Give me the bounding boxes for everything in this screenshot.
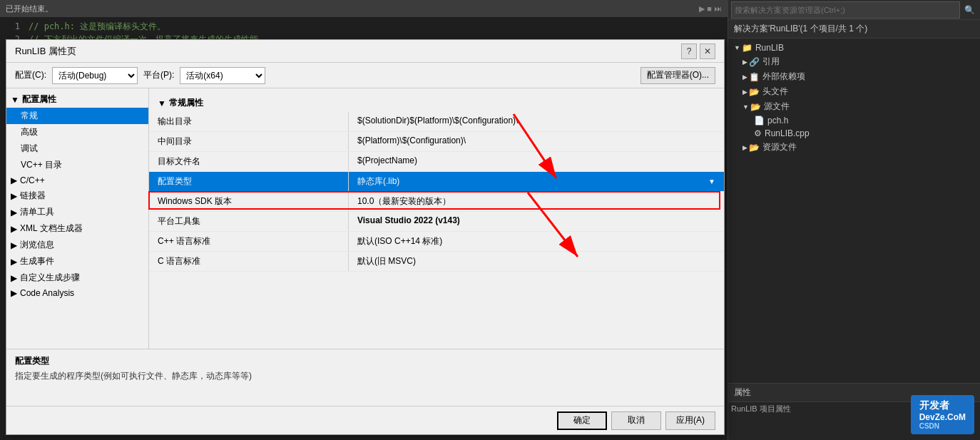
prop-value[interactable]: Visual Studio 2022 (v143)	[349, 212, 724, 231]
expand-icon: ▶	[11, 208, 17, 218]
ide-toolbar: 已开始结束。 ▶ ■ ⏭	[0, 0, 728, 17]
prop-row-config-type[interactable]: 配置类型 静态库(.lib) ▼	[149, 172, 724, 192]
config-select[interactable]: 活动(Debug)	[52, 67, 138, 84]
se-item-headers[interactable]: ▶ 📂 头文件	[728, 84, 980, 99]
tree-section-cpp[interactable]: ▶ C/C++	[6, 173, 148, 188]
prop-name: 输出目录	[149, 112, 349, 131]
expand-triangle: ▶	[742, 73, 747, 81]
tree-section-linker[interactable]: ▶ 链接器	[6, 188, 148, 204]
dialog-help-btn[interactable]: ?	[681, 44, 697, 59]
prop-value[interactable]: $(SolutionDir)$(Platform)\$(Configuratio…	[349, 112, 724, 131]
ok-button[interactable]: 确定	[557, 411, 607, 430]
prop-name: 目标文件名	[149, 152, 349, 171]
prop-row-target-name: 目标文件名 $(ProjectName)	[149, 152, 724, 172]
se-item-runlib[interactable]: ▼ 📁 RunLIB	[728, 41, 980, 54]
prop-value-config-type[interactable]: 静态库(.lib) ▼	[349, 172, 724, 191]
expand-icon: ▼	[158, 98, 166, 108]
prop-value[interactable]: 10.0（最新安装的版本）	[349, 192, 724, 211]
csdn-watermark: 开发者 DevZe.CoM CSDN	[911, 395, 974, 434]
prop-value[interactable]: $(ProjectName)	[349, 152, 724, 171]
prop-row-c-std: C 语言标准 默认(旧 MSVC)	[149, 252, 724, 272]
content-panel: ▼ 常规属性 输出目录 $(SolutionDir)$(Platform)\$(…	[149, 88, 724, 349]
prop-value[interactable]: 默认(ISO C++14 标准)	[349, 232, 724, 251]
tree-section-code-analysis[interactable]: ▶ Code Analysis	[6, 286, 148, 300]
dialog-body: ▼ 配置属性 常规 高级 调试 VC++ 目录 ▶ C/C++ ▶ 链接器	[6, 88, 724, 349]
tree-section-config-props[interactable]: ▼ 配置属性	[6, 91, 148, 108]
se-item-references[interactable]: ▶ 🔗 引用	[728, 54, 980, 69]
status-text: 已开始结束。	[6, 4, 53, 14]
prop-name: C++ 语言标准	[149, 232, 349, 251]
prop-name: 平台工具集	[149, 212, 349, 231]
config-label: 配置(C):	[15, 69, 46, 81]
prop-row-platform-toolset: 平台工具集 Visual Studio 2022 (v143)	[149, 212, 724, 232]
dialog-title-bar: RunLIB 属性页 ? ✕	[6, 40, 724, 63]
solution-search-input[interactable]	[731, 1, 960, 19]
dropdown-arrow-icon[interactable]: ▼	[708, 178, 715, 185]
se-item-resources[interactable]: ▶ 📂 资源文件	[728, 140, 980, 155]
tree-section-build-events[interactable]: ▶ 生成事件	[6, 253, 148, 270]
prop-row-output-dir: 输出目录 $(SolutionDir)$(Platform)\$(Configu…	[149, 112, 724, 132]
project-icon: 📁	[742, 43, 752, 53]
tree-section-custom-build[interactable]: ▶ 自定义生成步骤	[6, 270, 148, 286]
solution-explorer-tree: ▼ 📁 RunLIB ▶ 🔗 引用 ▶ 📋 外部依赖项 ▶ 📂 头文件 ▼ 📂 …	[728, 39, 980, 383]
header-file-icon: 📄	[754, 116, 765, 126]
tree-item-vc-dirs[interactable]: VC++ 目录	[6, 157, 148, 173]
prop-row-windows-sdk: Windows SDK 版本 10.0（最新安装的版本）	[149, 192, 724, 212]
prop-name: Windows SDK 版本	[149, 192, 349, 211]
tree-item-general[interactable]: 常规	[6, 108, 148, 124]
expand-icon: ▶	[11, 191, 17, 201]
toolbar-buttons: ▶ ■ ⏭	[699, 4, 722, 14]
folder-icon: 📂	[749, 143, 760, 153]
dialog-close-btn[interactable]: ✕	[700, 44, 715, 59]
cancel-button[interactable]: 取消	[611, 411, 661, 430]
platform-label: 平台(P):	[143, 69, 174, 81]
expand-triangle: ▶	[742, 88, 747, 96]
apply-button[interactable]: 应用(A)	[665, 411, 715, 430]
folder-icon: 📂	[749, 87, 760, 97]
tree-panel: ▼ 配置属性 常规 高级 调试 VC++ 目录 ▶ C/C++ ▶ 链接器	[6, 88, 149, 349]
se-item-source-files[interactable]: ▼ 📂 源文件	[728, 99, 980, 114]
search-icon-btn[interactable]: 🔍	[961, 2, 977, 18]
se-item-pch[interactable]: 📄 pch.h	[728, 114, 980, 127]
code-line-1: 1 // pch.h: 这是预编译标头文件。	[6, 20, 722, 33]
expand-triangle: ▼	[742, 103, 749, 111]
se-item-external-deps[interactable]: ▶ 📋 外部依赖项	[728, 69, 980, 84]
properties-dialog: RunLIB 属性页 ? ✕ 配置(C): 活动(Debug) 平台(P): 活…	[6, 39, 725, 435]
solution-explorer-toolbar: 🔍	[728, 0, 980, 20]
tree-section-manifest[interactable]: ▶ 清单工具	[6, 204, 148, 220]
prop-name: 中间目录	[149, 132, 349, 151]
tree-item-advanced[interactable]: 高级	[6, 124, 148, 140]
expand-icon: ▶	[11, 257, 17, 267]
expand-icon: ▶	[11, 288, 17, 298]
expand-triangle: ▶	[742, 144, 747, 151]
prop-value[interactable]: 默认(旧 MSVC)	[349, 252, 724, 271]
se-item-runlib-cpp[interactable]: ⚙ RunLIB.cpp	[728, 127, 980, 140]
folder-icon: 📂	[750, 102, 761, 112]
dialog-buttons: 确定 取消 应用(A)	[6, 406, 724, 434]
desc-text: 指定要生成的程序类型(例如可执行文件、静态库，动态库等等)	[15, 370, 715, 382]
tree-section-xml-docs[interactable]: ▶ XML 文档生成器	[6, 220, 148, 237]
prop-name-config-type: 配置类型	[149, 172, 349, 191]
solution-explorer-header: 解决方案'RunLIB'(1 个项目/共 1 个)	[728, 20, 980, 39]
platform-select[interactable]: 活动(x64)	[180, 67, 265, 84]
prop-row-cpp-std: C++ 语言标准 默认(ISO C++14 标准)	[149, 232, 724, 252]
desc-title: 配置类型	[15, 355, 715, 367]
dialog-controls: ? ✕	[681, 44, 715, 59]
tree-section-browse[interactable]: ▶ 浏览信息	[6, 237, 148, 253]
prop-name: C 语言标准	[149, 252, 349, 271]
expand-icon: ▶	[11, 240, 17, 250]
expand-icon: ▶	[11, 224, 17, 234]
ext-icon: 📋	[749, 72, 760, 82]
prop-value[interactable]: $(Platform)\$(Configuration)\	[349, 132, 724, 151]
expand-icon: ▼	[11, 95, 19, 105]
config-mgr-btn[interactable]: 配置管理器(O)...	[640, 67, 715, 84]
ref-icon: 🔗	[749, 57, 760, 67]
section-header-general: ▼ 常规属性	[149, 94, 724, 112]
tree-item-debug[interactable]: 调试	[6, 140, 148, 157]
expand-icon: ▶	[11, 175, 17, 185]
description-panel: 配置类型 指定要生成的程序类型(例如可执行文件、静态库，动态库等等)	[6, 349, 724, 406]
right-panel: 🔍 解决方案'RunLIB'(1 个项目/共 1 个) ▼ 📁 RunLIB ▶…	[728, 0, 980, 440]
expand-triangle: ▶	[742, 58, 747, 66]
cpp-file-icon: ⚙	[754, 128, 762, 138]
expand-icon: ▶	[11, 273, 17, 283]
